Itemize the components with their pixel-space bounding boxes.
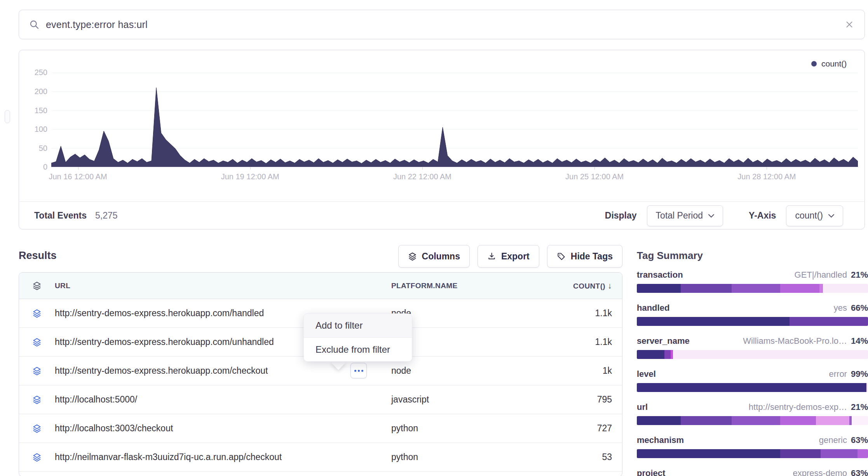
- tag-bar-segment: [790, 317, 868, 326]
- tag-bar-segment: [637, 383, 866, 392]
- panel-resize-handle[interactable]: [5, 110, 10, 123]
- count-cell[interactable]: 53: [545, 452, 622, 462]
- tag-bar-segment: [637, 350, 664, 359]
- url-cell[interactable]: http://localhost:3003/checkout: [55, 423, 391, 434]
- chevron-down-icon: [828, 214, 834, 218]
- tag-bar-segment: [819, 284, 823, 293]
- area-series: [51, 88, 858, 167]
- tag-distribution-bar[interactable]: [637, 416, 868, 425]
- tag-key[interactable]: mechanism: [637, 435, 684, 445]
- tag-top-pct: 21%: [851, 270, 868, 280]
- count-header-label: COUNT(): [573, 282, 605, 290]
- stack-icon[interactable]: [19, 424, 55, 433]
- tag-key[interactable]: level: [637, 369, 656, 379]
- results-toolbar: Columns Export Hide Tags: [398, 245, 622, 268]
- x-axis-tick: [78, 167, 78, 170]
- count-cell[interactable]: 795: [545, 394, 622, 405]
- tag-distribution-bar[interactable]: [637, 284, 868, 293]
- count-cell[interactable]: 1.1k: [545, 337, 622, 347]
- tag-top-value: express-demo: [793, 468, 847, 476]
- tag-key[interactable]: transaction: [637, 270, 683, 280]
- tag-distribution-bar[interactable]: [637, 449, 868, 458]
- platform-cell[interactable]: python: [391, 452, 545, 462]
- count-cell[interactable]: 1k: [545, 366, 622, 376]
- search-icon: [29, 19, 40, 30]
- count-cell[interactable]: 727: [545, 423, 622, 434]
- total-events-label: Total Events: [34, 210, 87, 221]
- stack-icon[interactable]: [19, 453, 55, 462]
- tag-bar-segment: [681, 416, 732, 425]
- tag-key[interactable]: handled: [637, 303, 669, 313]
- discover-page: count() 250 200 150 100 50 0 Jun 16 12:0…: [0, 0, 868, 476]
- platform-cell[interactable]: python: [391, 423, 545, 434]
- platform-cell[interactable]: node: [391, 308, 545, 318]
- search-bar[interactable]: [19, 10, 865, 39]
- clear-search-icon[interactable]: [844, 19, 854, 30]
- table-row[interactable]: http://localhost:5000/ javascript 795: [19, 385, 622, 414]
- tag-key[interactable]: project: [637, 468, 665, 476]
- tag-bar-segment: [637, 416, 681, 425]
- y-axis-select-label: Y-Axis: [749, 210, 776, 221]
- legend-dot-icon: [811, 61, 817, 66]
- platform-cell[interactable]: node: [391, 366, 545, 376]
- tag-bar-segment: [681, 284, 732, 293]
- event-chart-svg: [51, 69, 858, 167]
- legend-label: count(): [821, 59, 847, 68]
- tag-distribution-bar[interactable]: [637, 350, 868, 359]
- tag-bar-segment: [780, 416, 816, 425]
- y-axis-select-value: count(): [795, 210, 823, 221]
- sort-desc-icon: ↓: [608, 281, 612, 290]
- export-button[interactable]: Export: [478, 245, 539, 268]
- menu-item-add-to-filter[interactable]: Add to filter: [304, 314, 412, 338]
- tag-top-value: http://sentry-demos-exp…: [749, 402, 847, 412]
- cell-actions-button[interactable]: [350, 363, 367, 378]
- url-cell[interactable]: http://localhost:5000/: [55, 394, 391, 405]
- y-axis-label: 0: [15, 163, 47, 172]
- search-input[interactable]: [46, 19, 844, 30]
- tag-bar-segment: [732, 416, 780, 425]
- table-row[interactable]: http://localhost:3003/checkout python 72…: [19, 414, 622, 443]
- tag-distribution-bar[interactable]: [637, 317, 868, 326]
- events-area-chart[interactable]: [51, 69, 858, 167]
- y-axis-select[interactable]: count(): [786, 205, 843, 226]
- stack-icon[interactable]: [19, 309, 55, 318]
- column-header-url[interactable]: URL: [55, 282, 391, 290]
- columns-button[interactable]: Columns: [398, 245, 470, 268]
- display-select-value: Total Period: [656, 210, 703, 221]
- y-axis-label: 100: [15, 125, 47, 134]
- x-axis-label: Jun 16 12:00 AM: [49, 172, 107, 181]
- chart-legend[interactable]: count(): [811, 59, 847, 68]
- tag-key[interactable]: url: [637, 402, 648, 412]
- tag-top-pct: 66%: [851, 303, 868, 313]
- platform-cell[interactable]: javascript: [391, 394, 545, 405]
- display-select[interactable]: Total Period: [647, 205, 723, 226]
- platform-cell[interactable]: node: [391, 337, 545, 347]
- tag-top-value: yes: [834, 303, 847, 313]
- stack-icon[interactable]: [19, 395, 55, 404]
- tag-bar-segment: [816, 416, 849, 425]
- menu-item-exclude-from-filter[interactable]: Exclude from filter: [304, 338, 412, 361]
- tag-icon: [557, 252, 566, 261]
- display-label: Display: [605, 210, 637, 221]
- results-title: Results: [19, 250, 57, 262]
- stack-icon[interactable]: [19, 338, 55, 347]
- column-header-count[interactable]: COUNT()↓: [545, 281, 622, 290]
- tag-entry: project express-demo 63%: [637, 468, 868, 476]
- x-axis-tick: [250, 167, 251, 170]
- url-cell[interactable]: http://neilmanvar-flask-m3uuizd7iq-uc.a.…: [55, 452, 391, 462]
- tag-entry: handled yes 66%: [637, 303, 868, 326]
- tag-bar-segment: [664, 350, 670, 359]
- layers-icon: [408, 252, 417, 261]
- tag-top-value: GET|/handled: [795, 270, 847, 280]
- tag-key[interactable]: server_name: [637, 336, 690, 346]
- column-header-platform[interactable]: PLATFORM.NAME: [391, 282, 545, 290]
- table-header-row: URL PLATFORM.NAME COUNT()↓: [19, 273, 622, 299]
- count-cell[interactable]: 1.1k: [545, 308, 622, 318]
- tag-summary-list: transaction GET|/handled 21% handled yes…: [637, 270, 868, 476]
- tag-distribution-bar[interactable]: [637, 383, 868, 392]
- stack-icon[interactable]: [19, 366, 55, 376]
- y-axis-label: 200: [15, 87, 47, 96]
- table-row[interactable]: http://neilmanvar-flask-m3uuizd7iq-uc.a.…: [19, 443, 622, 472]
- hide-tags-button[interactable]: Hide Tags: [547, 245, 622, 268]
- tag-top-pct: 21%: [851, 402, 868, 412]
